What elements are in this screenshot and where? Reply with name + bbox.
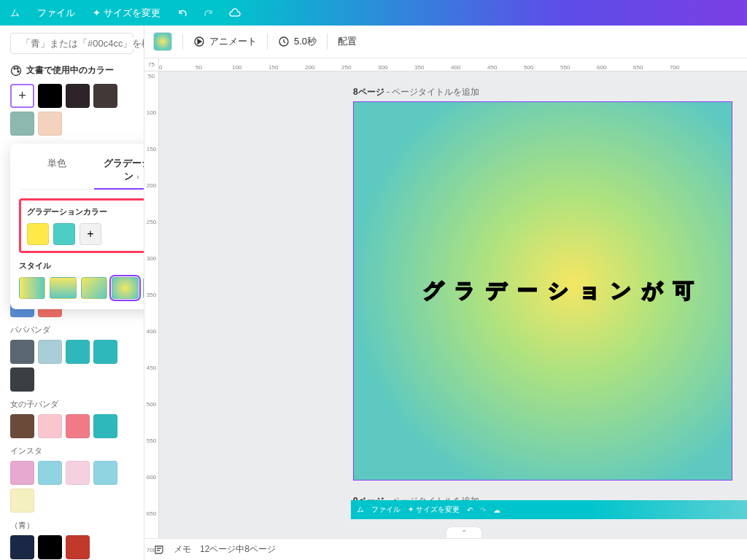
canvas-area: アニメート 5.0秒 配置 75 05010015020025030035040… — [144, 26, 747, 560]
color-swatch[interactable] — [38, 84, 62, 108]
position-button[interactable]: 配置 — [338, 35, 357, 48]
mini-file[interactable]: ファイル — [371, 505, 400, 515]
color-side-panel: 文書で使用中のカラー + パパパンダ女の子パンダインスタ（青）（緑） 写真の色 … — [0, 26, 144, 560]
gradient-color-label: グラデーションカラー — [27, 206, 144, 217]
color-group-label: インスタ — [10, 446, 133, 456]
color-group-label: （青） — [10, 520, 133, 531]
color-group-label: 女の子パンダ — [10, 399, 133, 410]
gradient-style-option[interactable] — [81, 277, 107, 299]
mini-toolbar: ム ファイル ✦ サイズを変更 ↶ ↷ ☁ — [351, 500, 747, 519]
color-swatch[interactable] — [10, 414, 34, 438]
color-swatch[interactable] — [10, 535, 34, 559]
gradient-stop[interactable] — [53, 223, 75, 245]
magic-icon: ✦ — [93, 7, 101, 18]
color-swatch[interactable] — [10, 489, 34, 513]
palette-icon — [10, 65, 22, 77]
mini-cloud-icon[interactable]: ☁ — [493, 506, 500, 514]
page-counter: 12ページ中8ページ — [200, 543, 276, 556]
animate-button[interactable]: アニメート — [193, 35, 257, 48]
gradient-style-option[interactable] — [50, 277, 76, 299]
svg-point-3 — [17, 68, 18, 69]
color-search[interactable] — [10, 33, 133, 54]
add-gradient-stop[interactable]: + — [80, 223, 101, 245]
tab-gradient[interactable]: グラデーション› — [94, 151, 144, 189]
expand-handle[interactable]: ⌃ — [446, 526, 482, 538]
doc-colors-row: + — [10, 84, 133, 136]
color-swatch[interactable] — [38, 461, 62, 485]
svg-point-4 — [18, 71, 19, 72]
gradient-popover: 単色 グラデーション› グラデーションカラー + スタイル — [10, 144, 144, 309]
color-swatch[interactable] — [38, 340, 62, 364]
style-label: スタイル — [19, 260, 144, 271]
redo-icon[interactable] — [200, 4, 217, 22]
color-swatch[interactable] — [66, 84, 90, 108]
color-swatch[interactable] — [10, 112, 34, 136]
resize-menu[interactable]: ✦サイズを変更 — [88, 4, 165, 23]
color-swatch[interactable] — [66, 414, 90, 438]
color-swatch[interactable] — [10, 340, 34, 364]
gradient-style-option[interactable] — [112, 277, 138, 299]
undo-icon[interactable] — [174, 4, 191, 22]
mini-undo-icon[interactable]: ↶ — [467, 506, 473, 514]
ruler-horizontal: 0501001502002503003504004505005506006507… — [144, 58, 747, 71]
context-toolbar: アニメート 5.0秒 配置 — [144, 26, 747, 58]
chevron-right-icon: › — [136, 173, 139, 181]
file-menu[interactable]: ファイル — [33, 4, 80, 23]
gradient-style-option[interactable] — [19, 277, 45, 299]
home-menu[interactable]: ム — [6, 4, 24, 23]
mini-redo-icon[interactable]: ↷ — [480, 506, 486, 514]
color-swatch[interactable] — [10, 368, 34, 392]
color-swatch[interactable] — [93, 340, 117, 364]
tab-solid[interactable]: 単色 — [19, 151, 94, 189]
color-swatch[interactable] — [10, 461, 34, 485]
cloud-sync-icon[interactable] — [226, 4, 244, 22]
bottom-bar: メモ 12ページ中8ページ — [144, 538, 747, 560]
clock-icon — [278, 36, 290, 47]
page-8-label[interactable]: 8ページ - ページタイトルを追加 — [353, 86, 732, 98]
color-swatch[interactable] — [38, 414, 62, 438]
animate-icon — [193, 36, 205, 47]
color-swatch[interactable] — [93, 414, 117, 438]
gradient-color-highlight: グラデーションカラー + — [19, 198, 144, 253]
svg-point-1 — [12, 66, 21, 75]
add-color-button[interactable]: + — [10, 84, 34, 108]
mini-home[interactable]: ム — [357, 505, 364, 515]
search-input[interactable] — [21, 38, 144, 49]
notes-button[interactable]: メモ — [174, 543, 191, 556]
color-swatch[interactable] — [38, 535, 62, 559]
gradient-stop[interactable] — [27, 223, 49, 245]
color-swatch[interactable] — [93, 461, 117, 485]
color-swatch[interactable] — [66, 340, 90, 364]
color-group-label: パパパンダ — [10, 324, 133, 335]
svg-point-2 — [14, 68, 15, 69]
color-swatch[interactable] — [66, 535, 90, 559]
page-8-canvas[interactable]: グラデーションが可 — [353, 101, 732, 481]
canvas-viewport[interactable]: 8ページ - ページタイトルを追加 グラデーションが可 9ページ - ページタイ… — [144, 71, 747, 538]
color-swatch[interactable] — [93, 84, 117, 108]
canvas-text[interactable]: グラデーションが可 — [423, 277, 739, 305]
top-toolbar: ム ファイル ✦サイズを変更 — [0, 0, 747, 26]
fill-color-button[interactable] — [153, 32, 172, 51]
color-swatch[interactable] — [38, 112, 62, 136]
color-swatch[interactable] — [66, 461, 90, 485]
doc-colors-label: 文書で使用中のカラー — [10, 64, 133, 77]
mini-resize[interactable]: ✦ サイズを変更 — [408, 505, 460, 515]
duration-button[interactable]: 5.0秒 — [278, 35, 317, 48]
ruler-corner: 75 — [144, 58, 159, 71]
